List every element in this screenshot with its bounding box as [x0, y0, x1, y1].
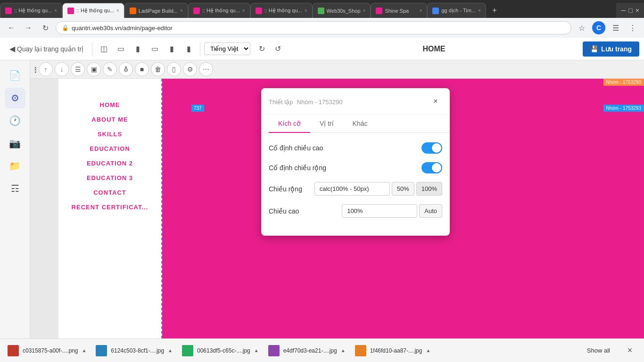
copy-btn[interactable]: ▣ — [87, 62, 101, 76]
download-item-1[interactable]: c0315875-a00f-....png ▲ — [8, 345, 86, 356]
shape-btn[interactable]: ■ — [135, 62, 149, 76]
minimize-btn[interactable]: ─ — [621, 7, 626, 14]
downloads-close-button[interactable]: × — [623, 344, 636, 357]
tab-khac[interactable]: Khác — [343, 115, 377, 133]
tab-4[interactable]: :: Hệ thống qu... × — [188, 3, 250, 18]
close-window-btn[interactable]: × — [636, 7, 639, 14]
toolbar-divider-2 — [200, 42, 200, 56]
drag-handle[interactable]: ⋮ — [34, 66, 37, 73]
language-select[interactable]: Tiếng Việt — [204, 42, 250, 55]
tab-1[interactable]: :: Hệ thống qu... × — [0, 3, 62, 18]
mobile-btn[interactable]: ▮ — [164, 41, 179, 57]
width-label: Chiều rộng — [269, 185, 302, 193]
extensions-button[interactable]: ☰ — [609, 21, 622, 34]
tab-6-close[interactable]: × — [363, 8, 366, 13]
back-button[interactable]: ← — [5, 21, 18, 34]
download-chevron-4: ▲ — [341, 348, 346, 353]
tab-5-close[interactable]: × — [305, 8, 307, 13]
edit-btn[interactable]: ✎ — [103, 62, 117, 76]
sidebar-page-icon[interactable]: 📄 — [5, 65, 25, 86]
bottom-downloads-bar: c0315875-a00f-....png ▲ 6124c503-8cf1-..… — [0, 338, 644, 362]
width-50-btn[interactable]: 50% — [392, 182, 414, 196]
align-btn[interactable]: ☰ — [71, 62, 85, 76]
mobile-small-btn[interactable]: ▮ — [181, 41, 196, 57]
height-auto-btn[interactable]: Auto — [419, 204, 442, 218]
profile-button[interactable]: C — [592, 21, 605, 34]
modal-title: Thiết lập Nhóm - 1753290 — [269, 98, 342, 106]
bookmark-button[interactable]: ☆ — [575, 21, 588, 34]
tab-4-title: :: Hệ thống qu... — [202, 8, 240, 14]
sidebar-settings-icon[interactable]: ⚙ — [5, 88, 25, 108]
sidebar-layers-icon[interactable]: ☶ — [5, 178, 25, 199]
tab-6[interactable]: Web30s_Shop × — [313, 3, 371, 18]
tab-7-close[interactable]: × — [420, 8, 422, 13]
nav-item-education3[interactable]: EDUCATION 3 — [87, 171, 133, 185]
settings-elem-btn[interactable]: ⚙ — [183, 62, 197, 76]
tab-8[interactable]: gg dịch - Tim... × — [427, 3, 486, 18]
download-chevron-5: ▲ — [426, 348, 430, 353]
more-btn[interactable]: ⋯ — [199, 62, 213, 76]
move-down-btn[interactable]: ↓ — [55, 62, 69, 76]
forward-button[interactable]: → — [22, 21, 35, 34]
undo-button[interactable]: ↻ — [254, 41, 269, 57]
nav-item-education[interactable]: EDUCATION — [90, 141, 130, 156]
nav-item-education2[interactable]: EDUCATION 2 — [87, 156, 133, 171]
download-item-2[interactable]: 6124c503-8cf1-....jpg ▲ — [96, 345, 173, 356]
new-tab-button[interactable]: + — [486, 3, 503, 18]
download-item-4[interactable]: e4df70d3-ea21-....jpg ▲ — [268, 345, 346, 356]
tab-1-close[interactable]: × — [54, 8, 57, 13]
desktop-device-btn[interactable]: ◫ — [96, 41, 111, 57]
nav-item-contact[interactable]: CONTACT — [93, 185, 126, 200]
redo-button[interactable]: ↺ — [270, 41, 285, 57]
width-input[interactable] — [314, 182, 390, 196]
download-thumb-4 — [268, 345, 280, 356]
tab-3[interactable]: LadiPage Build... × — [124, 3, 188, 18]
tab-2[interactable]: :: Hệ thống qu... × — [62, 3, 124, 18]
tab-5[interactable]: :: Hệ thống qu... × — [250, 3, 313, 18]
duplicate-btn[interactable]: ▯ — [167, 62, 181, 76]
reload-button[interactable]: ↻ — [39, 21, 52, 34]
app-container: ◀ Quay lại trang quản trị ◫ ▭ ▮ ▭ ▮ ▮ Ti… — [0, 38, 644, 362]
save-icon: 💾 — [590, 45, 598, 53]
move-up-btn[interactable]: ↑ — [39, 62, 53, 76]
maximize-btn[interactable]: □ — [628, 7, 632, 14]
tab-3-favicon — [130, 8, 136, 14]
download-item-3[interactable]: 00613df5-c65c-....jpg ▲ — [182, 345, 259, 356]
width-100-btn[interactable]: 100% — [416, 182, 442, 196]
tab-7[interactable]: Shine Spa × — [371, 3, 427, 18]
nav-item-skills[interactable]: SKILLS — [98, 127, 122, 141]
tablet-landscape-btn[interactable]: ▭ — [113, 41, 128, 57]
tab-vitri[interactable]: Vị trí — [310, 115, 343, 133]
tab-4-close[interactable]: × — [242, 8, 245, 13]
menu-button[interactable]: ⋮ — [626, 21, 639, 34]
nav-item-home[interactable]: HOME — [100, 98, 120, 112]
sidebar-history-icon[interactable]: 🕐 — [5, 110, 25, 131]
nav-item-recent[interactable]: RECENT CERTIFICAT... — [72, 200, 149, 214]
nav-item-about[interactable]: ABOUT ME — [91, 112, 128, 127]
download-item-5[interactable]: 1f46fd10-aa87-....jpg ▲ — [355, 345, 431, 356]
url-text: quantri.web30s.vn/admin/page-editor — [72, 25, 173, 32]
tab-8-close[interactable]: × — [478, 8, 481, 13]
group-label-2: Nhóm - 1753293 — [603, 105, 644, 112]
back-to-admin-button[interactable]: ◀ Quay lại trang quản trị — [5, 41, 88, 56]
address-bar[interactable]: 🔒 quantri.web30s.vn/admin/page-editor — [56, 21, 571, 34]
fixed-height-toggle[interactable] — [421, 142, 442, 154]
modal-close-button[interactable]: × — [429, 95, 442, 108]
tablet-portrait-btn[interactable]: ▮ — [130, 41, 145, 57]
sidebar-template-icon[interactable]: 📷 — [5, 133, 25, 154]
fixed-width-row: Cố định chiều rộng — [269, 162, 442, 173]
eraser-btn[interactable]: ⛢ — [119, 62, 133, 76]
tab-2-close[interactable]: × — [116, 8, 119, 13]
show-all-button[interactable]: Show all — [583, 345, 614, 356]
tab-kichco[interactable]: Kích cỡ — [269, 115, 310, 133]
tab-3-close[interactable]: × — [180, 8, 183, 13]
download-chevron-2: ▲ — [168, 348, 173, 353]
height-input[interactable] — [342, 204, 417, 218]
save-page-button[interactable]: 💾 Lưu trang — [583, 41, 639, 57]
tablet-small-btn[interactable]: ▭ — [147, 41, 162, 57]
device-icons: ◫ ▭ ▮ ▭ ▮ ▮ — [96, 41, 196, 57]
tab-4-favicon — [193, 8, 200, 14]
delete-btn[interactable]: 🗑 — [151, 62, 165, 76]
sidebar-file-icon[interactable]: 📁 — [5, 156, 25, 176]
fixed-width-toggle[interactable] — [421, 162, 442, 173]
